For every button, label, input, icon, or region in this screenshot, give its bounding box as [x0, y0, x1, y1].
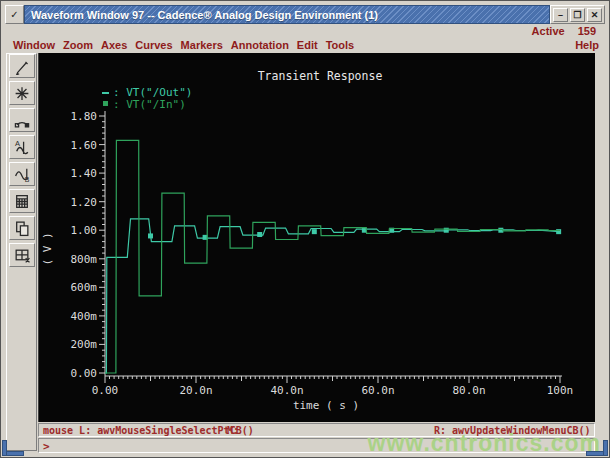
window-controls: – ❐ ✕	[550, 5, 605, 24]
waveform-b-icon: B	[13, 166, 31, 183]
y-tick-label: 1.00	[71, 224, 98, 237]
legend-entry[interactable]: : VT("/In")	[113, 98, 186, 111]
menu-item-curves[interactable]: Curves	[135, 39, 172, 51]
copy-window-button[interactable]	[9, 216, 35, 240]
window-menu-icon: ✓	[10, 9, 18, 20]
x-tick-label: 40.0n	[270, 384, 303, 397]
menu-bar: WindowZoomAxesCurvesMarkersAnnotationEdi…	[13, 37, 599, 52]
svg-text:B: B	[25, 176, 30, 183]
x-tick-label: 100n	[547, 384, 574, 397]
application-window: ✓ Waveform Window 97 -- Cadence® Analog …	[0, 0, 610, 458]
copy-window-icon	[13, 220, 31, 237]
menu-item-edit[interactable]: Edit	[297, 39, 318, 51]
y-tick-label: 800m	[71, 253, 98, 266]
vertical-marker-a-button[interactable]: A	[9, 135, 35, 159]
y-axis-title: ( V )	[41, 232, 54, 265]
calculator-button[interactable]	[9, 189, 35, 213]
y-tick-label: 1.40	[71, 167, 98, 180]
y-tick-label: 600m	[71, 281, 98, 294]
menu-item-annotation[interactable]: Annotation	[231, 39, 289, 51]
asterisk-zoom-icon	[13, 85, 31, 102]
maximize-button[interactable]: ❐	[570, 8, 585, 22]
waveform-canvas[interactable]: 0.00200m400m600m800m1.001.201.401.601.80…	[38, 53, 595, 422]
menu-item-axes[interactable]: Axes	[101, 39, 127, 51]
menu-item-markers[interactable]: Markers	[181, 39, 223, 51]
subwindow-cut-button[interactable]	[9, 243, 35, 267]
title-stripe[interactable]: Waveform Window 97 -- Cadence® Analog De…	[24, 5, 550, 24]
arc-marker-icon	[13, 112, 31, 129]
minimize-button[interactable]: –	[553, 8, 568, 22]
close-button[interactable]: ✕	[587, 8, 602, 22]
waveform-b-button[interactable]: B	[9, 162, 35, 186]
vertical-marker-a-icon: A	[13, 139, 31, 156]
y-tick-label: 1.60	[71, 139, 98, 152]
y-tick-label: 400m	[71, 310, 98, 323]
tool-palette: AB	[6, 53, 37, 451]
calculator-icon	[13, 193, 31, 210]
arc-marker-button[interactable]	[9, 108, 35, 132]
asterisk-zoom-button[interactable]	[9, 81, 35, 105]
prompt-caret: >	[43, 440, 50, 453]
trace-out[interactable]	[105, 219, 560, 373]
menu-item-tools[interactable]: Tools	[326, 39, 355, 51]
resize-corner-bottom-right-v[interactable]	[603, 440, 608, 456]
x-tick-label: 20.0n	[179, 384, 212, 397]
window-menu-button[interactable]: ✓	[5, 5, 24, 24]
x-tick-label: 60.0n	[361, 384, 394, 397]
menu-item-window[interactable]: Window	[13, 39, 55, 51]
plot-title: Transient Response	[258, 69, 383, 83]
trace-marker[interactable]	[444, 228, 449, 233]
trace-marker[interactable]	[257, 232, 262, 237]
resize-corner-bottom-left-v[interactable]	[2, 440, 7, 456]
subwindow-cut-icon	[13, 247, 31, 264]
x-axis-title: time ( s )	[293, 399, 359, 412]
trace-in[interactable]	[105, 140, 560, 373]
plot-axes	[99, 111, 562, 383]
trace-marker[interactable]	[148, 233, 153, 238]
window-title: Waveform Window 97 -- Cadence® Analog De…	[25, 9, 378, 21]
pen-icon	[13, 58, 31, 75]
work-area: AB 0.00200m400m600m800m1.001.201.401.601…	[6, 53, 604, 451]
watermark: www.cntronics.com	[368, 430, 601, 457]
trace-marker[interactable]	[312, 229, 317, 234]
pen-button[interactable]	[9, 54, 35, 78]
transient-plot[interactable]: 0.00200m400m600m800m1.001.201.401.601.80…	[39, 53, 596, 422]
menu-item-zoom[interactable]: Zoom	[63, 39, 93, 51]
x-tick-label: 0.00	[92, 384, 119, 397]
x-tick-label: 80.0n	[452, 384, 485, 397]
mouse-middle-binding: M:	[227, 425, 239, 436]
y-tick-label: 1.80	[71, 110, 98, 123]
title-bar[interactable]: ✓ Waveform Window 97 -- Cadence® Analog …	[5, 5, 605, 24]
y-tick-label: 0.00	[71, 367, 98, 380]
mouse-left-binding: mouse L: awvMouseSingleSelectPtCB()	[43, 425, 254, 436]
menu-item-help[interactable]: Help	[575, 39, 599, 51]
legend-square-icon	[103, 101, 108, 106]
y-tick-label: 200m	[71, 338, 98, 351]
y-tick-label: 1.20	[71, 196, 98, 209]
